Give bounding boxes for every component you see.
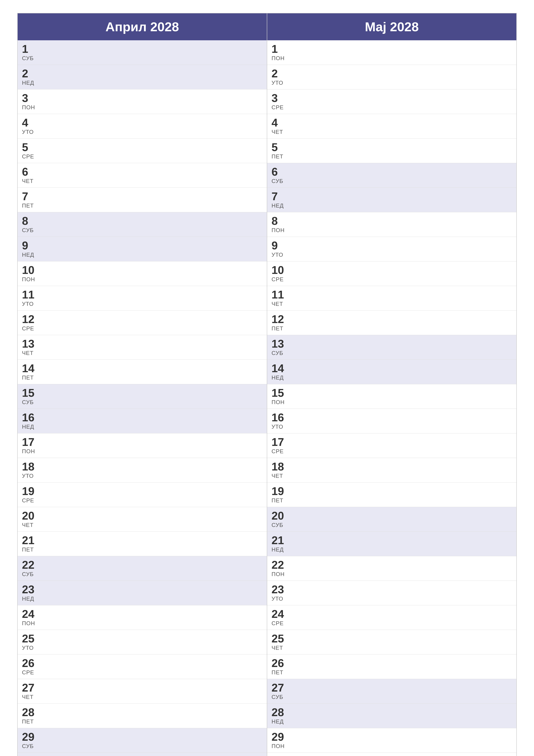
day-info: 3СРЕ — [271, 93, 289, 111]
day-number: 3 — [271, 93, 289, 104]
day-number: 18 — [22, 461, 39, 472]
day-row: 27ЧЕТ — [18, 679, 267, 704]
day-number: 29 — [22, 731, 39, 742]
day-number: 20 — [271, 510, 289, 521]
day-number: 14 — [22, 363, 39, 374]
day-row: 22ПОН — [267, 556, 516, 581]
day-number: 10 — [22, 264, 39, 276]
day-row: 24СРЕ — [267, 606, 516, 630]
day-name: ПЕТ — [271, 153, 289, 160]
day-row: 28НЕД — [267, 704, 516, 728]
day-row: 9УТО — [267, 237, 516, 261]
day-number: 14 — [271, 363, 289, 374]
day-row: 15СУБ — [18, 384, 267, 409]
day-row: 29ПОН — [267, 728, 516, 753]
day-row: 13ЧЕТ — [18, 335, 267, 360]
day-name: НЕД — [22, 595, 39, 602]
day-name: ПОН — [22, 276, 39, 283]
day-number: 21 — [22, 535, 39, 546]
day-name: ЧЕТ — [271, 129, 289, 135]
day-name: СУБ — [271, 178, 289, 184]
day-info: 22ПОН — [271, 559, 289, 578]
day-name: ЧЕТ — [22, 178, 39, 184]
day-row: 16НЕД — [18, 409, 267, 433]
day-number: 11 — [22, 289, 39, 300]
day-info: 25УТО — [22, 633, 39, 651]
day-row: 29СУБ — [18, 728, 267, 753]
day-number: 22 — [22, 559, 39, 570]
day-number: 12 — [22, 313, 39, 325]
day-row: 23НЕД — [18, 581, 267, 606]
day-number: 17 — [271, 436, 289, 447]
day-number: 18 — [271, 461, 289, 472]
day-row: 18ЧЕТ — [267, 458, 516, 482]
day-name: СРЕ — [271, 276, 289, 283]
day-row: 10ПОН — [18, 261, 267, 286]
day-row: 10СРЕ — [267, 261, 516, 286]
day-row: 19ПЕТ — [267, 482, 516, 507]
day-info: 15ПОН — [271, 387, 289, 406]
day-info: 6СУБ — [271, 166, 289, 184]
day-number: 8 — [22, 215, 39, 227]
calendar-body: 1СУБ2НЕД3ПОН4УТО5СРЕ6ЧЕТ7ПЕТ8СУБ9НЕД10ПО… — [18, 40, 516, 756]
day-info: 28ПЕТ — [22, 707, 39, 725]
day-name: УТО — [22, 472, 39, 479]
day-info: 6ЧЕТ — [22, 166, 39, 184]
day-name: СРЕ — [271, 620, 289, 627]
day-name: ЧЕТ — [22, 350, 39, 357]
day-info: 27ЧЕТ — [22, 682, 39, 700]
day-row: 12СРЕ — [18, 310, 267, 335]
day-row: 23УТО — [267, 581, 516, 606]
day-name: ЧЕТ — [22, 694, 39, 700]
day-name: УТО — [22, 301, 39, 307]
day-row: 11УТО — [18, 286, 267, 310]
day-number: 21 — [271, 535, 289, 546]
day-info: 2НЕД — [22, 68, 39, 86]
day-info: 18УТО — [22, 461, 39, 479]
day-info: 12ПЕТ — [271, 313, 289, 332]
day-number: 16 — [271, 412, 289, 423]
day-name: ПЕТ — [271, 325, 289, 332]
day-row: 17ПОН — [18, 433, 267, 458]
day-number: 9 — [271, 240, 289, 251]
day-name: СУБ — [271, 522, 289, 528]
april-column: 1СУБ2НЕД3ПОН4УТО5СРЕ6ЧЕТ7ПЕТ8СУБ9НЕД10ПО… — [18, 40, 267, 756]
day-name: ЧЕТ — [271, 301, 289, 307]
calendar-header: Април 2028Maj 2028 — [18, 14, 516, 40]
day-row: 25ЧЕТ — [267, 630, 516, 655]
day-name: ПЕТ — [271, 669, 289, 676]
day-row: 5СРЕ — [18, 139, 267, 163]
day-info: 14НЕД — [271, 363, 289, 381]
day-number: 27 — [271, 682, 289, 693]
day-row: 21ПЕТ — [18, 532, 267, 556]
day-name: УТО — [271, 423, 289, 430]
day-name: ПОН — [22, 620, 39, 627]
day-info: 19СРЕ — [22, 486, 39, 504]
day-info: 4УТО — [22, 117, 39, 135]
day-row: 3ПОН — [18, 90, 267, 114]
day-name: УТО — [271, 595, 289, 602]
day-info: 10ПОН — [22, 264, 39, 283]
day-number: 20 — [22, 510, 39, 521]
day-name: ПОН — [22, 104, 39, 111]
day-name: СРЕ — [271, 104, 289, 111]
day-info: 5ПЕТ — [271, 142, 289, 160]
may-column: 1ПОН2УТО3СРЕ4ЧЕТ5ПЕТ6СУБ7НЕД8ПОН9УТО10СР… — [267, 40, 516, 756]
day-name: ПЕТ — [271, 497, 289, 504]
day-name: СУБ — [271, 350, 289, 357]
day-number: 5 — [22, 142, 39, 153]
month-header-april: Април 2028 — [18, 14, 267, 40]
day-row: 11ЧЕТ — [267, 286, 516, 310]
day-row: 20ЧЕТ — [18, 507, 267, 532]
day-name: ПОН — [271, 227, 289, 233]
day-info: 24СРЕ — [271, 608, 289, 627]
day-number: 2 — [271, 68, 289, 79]
day-info: 4ЧЕТ — [271, 117, 289, 135]
day-number: 12 — [271, 313, 289, 325]
day-info: 24ПОН — [22, 608, 39, 627]
day-info: 10СРЕ — [271, 264, 289, 283]
calendar-container: Април 2028Maj 20281СУБ2НЕД3ПОН4УТО5СРЕ6Ч… — [17, 13, 517, 756]
day-row: 25УТО — [18, 630, 267, 655]
day-info: 17СРЕ — [271, 436, 289, 455]
day-name: СРЕ — [271, 448, 289, 455]
